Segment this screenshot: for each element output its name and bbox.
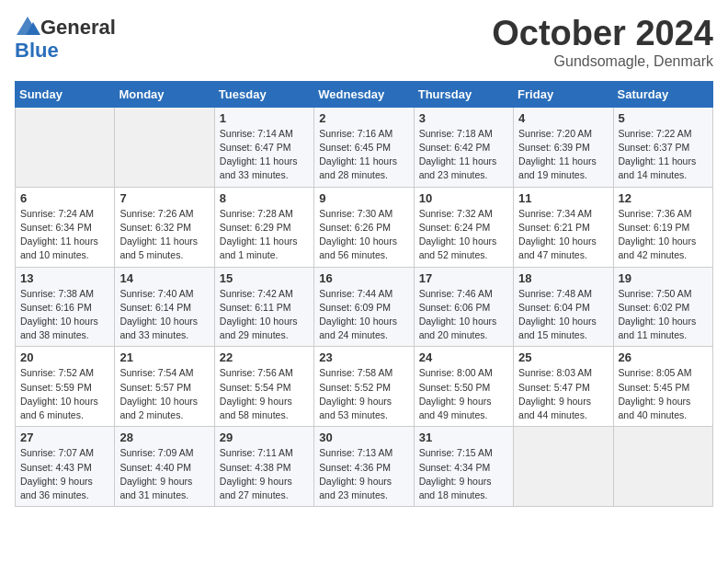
day-cell: 15Sunrise: 7:42 AM Sunset: 6:11 PM Dayli…: [214, 267, 313, 347]
day-cell: 22Sunrise: 7:56 AM Sunset: 5:54 PM Dayli…: [214, 347, 313, 427]
day-cell: 28Sunrise: 7:09 AM Sunset: 4:40 PM Dayli…: [115, 427, 214, 507]
logo-general-text: General: [40, 17, 116, 38]
day-info: Sunrise: 7:15 AM Sunset: 4:34 PM Dayligh…: [419, 446, 508, 502]
week-row-1: 1Sunrise: 7:14 AM Sunset: 6:47 PM Daylig…: [16, 107, 713, 187]
day-cell: 21Sunrise: 7:54 AM Sunset: 5:57 PM Dayli…: [115, 347, 214, 427]
day-info: Sunrise: 7:20 AM Sunset: 6:39 PM Dayligh…: [518, 127, 608, 183]
header-row: SundayMondayTuesdayWednesdayThursdayFrid…: [16, 81, 713, 107]
day-number: 18: [518, 271, 608, 285]
day-number: 6: [20, 191, 109, 205]
day-info: Sunrise: 7:50 AM Sunset: 6:02 PM Dayligh…: [619, 287, 708, 343]
day-number: 22: [220, 350, 309, 364]
day-cell: 1Sunrise: 7:14 AM Sunset: 6:47 PM Daylig…: [214, 107, 313, 187]
header-wednesday: Wednesday: [314, 81, 414, 107]
day-number: 12: [619, 191, 708, 205]
day-info: Sunrise: 7:54 AM Sunset: 5:57 PM Dayligh…: [119, 366, 209, 422]
day-info: Sunrise: 7:42 AM Sunset: 6:11 PM Dayligh…: [220, 287, 309, 343]
day-info: Sunrise: 7:22 AM Sunset: 6:37 PM Dayligh…: [619, 127, 708, 183]
day-info: Sunrise: 8:03 AM Sunset: 5:47 PM Dayligh…: [518, 366, 608, 422]
week-row-2: 6Sunrise: 7:24 AM Sunset: 6:34 PM Daylig…: [16, 187, 713, 267]
calendar-table: SundayMondayTuesdayWednesdayThursdayFrid…: [15, 81, 713, 507]
day-info: Sunrise: 7:46 AM Sunset: 6:06 PM Dayligh…: [419, 287, 508, 343]
day-cell: 17Sunrise: 7:46 AM Sunset: 6:06 PM Dayli…: [414, 267, 513, 347]
day-info: Sunrise: 7:07 AM Sunset: 4:43 PM Dayligh…: [20, 446, 109, 502]
day-number: 7: [119, 191, 209, 205]
day-cell: [16, 107, 115, 187]
day-number: 14: [119, 271, 209, 285]
title-block: October 2024 Gundsomagle, Denmark: [492, 15, 713, 70]
day-number: 29: [220, 431, 309, 444]
day-number: 8: [220, 191, 309, 205]
day-cell: 8Sunrise: 7:28 AM Sunset: 6:29 PM Daylig…: [214, 187, 313, 267]
day-info: Sunrise: 7:48 AM Sunset: 6:04 PM Dayligh…: [518, 287, 608, 343]
day-number: 4: [518, 111, 608, 125]
day-number: 23: [319, 350, 408, 364]
day-number: 3: [419, 111, 508, 125]
day-cell: 18Sunrise: 7:48 AM Sunset: 6:04 PM Dayli…: [514, 267, 613, 347]
day-number: 25: [518, 350, 608, 364]
day-info: Sunrise: 7:38 AM Sunset: 6:16 PM Dayligh…: [20, 287, 109, 343]
day-number: 24: [419, 350, 508, 364]
week-row-3: 13Sunrise: 7:38 AM Sunset: 6:16 PM Dayli…: [16, 267, 713, 347]
header-monday: Monday: [115, 81, 214, 107]
day-cell: [115, 107, 214, 187]
day-cell: 16Sunrise: 7:44 AM Sunset: 6:09 PM Dayli…: [314, 267, 414, 347]
day-cell: 30Sunrise: 7:13 AM Sunset: 4:36 PM Dayli…: [314, 427, 414, 507]
day-info: Sunrise: 7:11 AM Sunset: 4:38 PM Dayligh…: [220, 446, 309, 502]
day-cell: 27Sunrise: 7:07 AM Sunset: 4:43 PM Dayli…: [16, 427, 115, 507]
day-cell: 19Sunrise: 7:50 AM Sunset: 6:02 PM Dayli…: [613, 267, 712, 347]
logo-blue-text: Blue: [15, 40, 59, 61]
day-cell: 25Sunrise: 8:03 AM Sunset: 5:47 PM Dayli…: [514, 347, 613, 427]
day-number: 10: [419, 191, 508, 205]
day-number: 1: [220, 111, 309, 125]
day-info: Sunrise: 7:30 AM Sunset: 6:26 PM Dayligh…: [319, 207, 408, 263]
day-number: 2: [319, 111, 408, 125]
day-info: Sunrise: 7:52 AM Sunset: 5:59 PM Dayligh…: [20, 366, 109, 422]
day-info: Sunrise: 7:14 AM Sunset: 6:47 PM Dayligh…: [220, 127, 309, 183]
header-tuesday: Tuesday: [214, 81, 313, 107]
day-cell: 29Sunrise: 7:11 AM Sunset: 4:38 PM Dayli…: [214, 427, 313, 507]
day-info: Sunrise: 7:36 AM Sunset: 6:19 PM Dayligh…: [619, 207, 708, 263]
day-cell: 6Sunrise: 7:24 AM Sunset: 6:34 PM Daylig…: [16, 187, 115, 267]
page-header: General Blue October 2024 Gundsomagle, D…: [15, 15, 713, 70]
day-number: 5: [619, 111, 708, 125]
day-info: Sunrise: 7:28 AM Sunset: 6:29 PM Dayligh…: [220, 207, 309, 263]
day-cell: [613, 427, 712, 507]
day-info: Sunrise: 7:32 AM Sunset: 6:24 PM Dayligh…: [419, 207, 508, 263]
header-sunday: Sunday: [16, 81, 115, 107]
day-cell: 9Sunrise: 7:30 AM Sunset: 6:26 PM Daylig…: [314, 187, 414, 267]
day-number: 9: [319, 191, 408, 205]
day-info: Sunrise: 7:34 AM Sunset: 6:21 PM Dayligh…: [518, 207, 608, 263]
logo: General Blue: [15, 15, 116, 61]
day-cell: 26Sunrise: 8:05 AM Sunset: 5:45 PM Dayli…: [613, 347, 712, 427]
day-info: Sunrise: 7:44 AM Sunset: 6:09 PM Dayligh…: [319, 287, 408, 343]
day-cell: 11Sunrise: 7:34 AM Sunset: 6:21 PM Dayli…: [514, 187, 613, 267]
day-number: 21: [119, 350, 209, 364]
day-number: 27: [20, 431, 109, 444]
day-number: 17: [419, 271, 508, 285]
day-number: 30: [319, 431, 408, 444]
header-thursday: Thursday: [414, 81, 513, 107]
day-number: 28: [119, 431, 209, 444]
day-cell: 5Sunrise: 7:22 AM Sunset: 6:37 PM Daylig…: [613, 107, 712, 187]
day-number: 11: [518, 191, 608, 205]
day-info: Sunrise: 7:58 AM Sunset: 5:52 PM Dayligh…: [319, 366, 408, 422]
day-info: Sunrise: 7:18 AM Sunset: 6:42 PM Dayligh…: [419, 127, 508, 183]
day-cell: [514, 427, 613, 507]
day-number: 13: [20, 271, 109, 285]
day-number: 19: [619, 271, 708, 285]
day-info: Sunrise: 7:40 AM Sunset: 6:14 PM Dayligh…: [119, 287, 209, 343]
day-cell: 12Sunrise: 7:36 AM Sunset: 6:19 PM Dayli…: [613, 187, 712, 267]
day-cell: 23Sunrise: 7:58 AM Sunset: 5:52 PM Dayli…: [314, 347, 414, 427]
day-cell: 31Sunrise: 7:15 AM Sunset: 4:34 PM Dayli…: [414, 427, 513, 507]
day-number: 15: [220, 271, 309, 285]
day-number: 26: [619, 350, 708, 364]
day-cell: 13Sunrise: 7:38 AM Sunset: 6:16 PM Dayli…: [16, 267, 115, 347]
day-info: Sunrise: 8:00 AM Sunset: 5:50 PM Dayligh…: [419, 366, 508, 422]
location-title: Gundsomagle, Denmark: [492, 53, 713, 70]
day-cell: 2Sunrise: 7:16 AM Sunset: 6:45 PM Daylig…: [314, 107, 414, 187]
day-cell: 7Sunrise: 7:26 AM Sunset: 6:32 PM Daylig…: [115, 187, 214, 267]
day-info: Sunrise: 7:16 AM Sunset: 6:45 PM Dayligh…: [319, 127, 408, 183]
week-row-4: 20Sunrise: 7:52 AM Sunset: 5:59 PM Dayli…: [16, 347, 713, 427]
logo-icon: [15, 15, 40, 40]
